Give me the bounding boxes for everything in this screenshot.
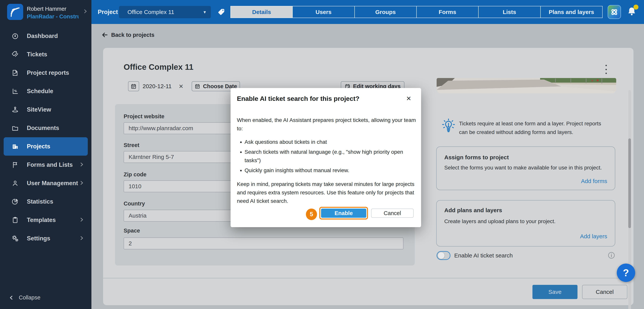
- cancel-button[interactable]: Cancel: [582, 285, 627, 299]
- close-icon[interactable]: ✕: [406, 95, 411, 102]
- sidebar-item-siteview[interactable]: SiteView: [0, 100, 92, 119]
- calendar-icon: [194, 84, 200, 89]
- user-menu-chevron-icon[interactable]: [82, 8, 88, 15]
- sidebar-item-user-management[interactable]: User Management: [0, 174, 92, 192]
- sidebar-item-settings[interactable]: Settings: [0, 229, 92, 248]
- assign-forms-card: Assign forms to project Select the forms…: [436, 146, 615, 190]
- back-arrow-icon: [101, 32, 108, 38]
- lightbulb-icon: [441, 118, 456, 134]
- forms-and-lists-icon: [11, 161, 19, 168]
- sidebar-item-templates[interactable]: Templates: [0, 211, 92, 229]
- field-label-project-website: Project website: [124, 113, 164, 120]
- connect-apps-button[interactable]: [608, 5, 621, 19]
- info-icon[interactable]: [608, 252, 615, 260]
- remove-date-icon[interactable]: ✕: [179, 81, 184, 91]
- field-label-zip-code: Zip code: [124, 171, 146, 178]
- scrollbar-thumb[interactable]: [628, 138, 631, 228]
- back-link-label: Back to projects: [111, 32, 154, 38]
- calendar-icon: [130, 83, 137, 89]
- project-reports-icon: [11, 69, 19, 76]
- sidebar-item-schedule[interactable]: Schedule: [0, 82, 92, 100]
- sidebar-item-tickets[interactable]: Tickets: [0, 45, 92, 64]
- tag-icon[interactable]: [217, 8, 226, 17]
- enable-button[interactable]: Enable: [321, 208, 366, 218]
- modal-bullet: Quickly gain insights without manual rev…: [244, 166, 417, 175]
- start-date-value: 2020-12-11: [142, 81, 172, 91]
- tab-groups[interactable]: Groups: [354, 6, 417, 18]
- add-plans-title: Add plans and layers: [444, 207, 502, 214]
- back-to-projects-link[interactable]: Back to projects: [101, 32, 154, 38]
- ai-ticket-search-modal: Enable AI ticket search for this project…: [230, 88, 421, 227]
- footer-divider: [103, 278, 634, 278]
- tab-plans-and-layers[interactable]: Plans and layers: [540, 6, 602, 18]
- modal-cancel-button[interactable]: Cancel: [371, 208, 414, 218]
- start-date-button[interactable]: [128, 81, 139, 91]
- project-photo: [436, 78, 616, 93]
- modal-intro: When enabled, the AI Assistant prepares …: [237, 116, 417, 133]
- modal-body: When enabled, the AI Assistant prepares …: [237, 116, 417, 205]
- tab-details[interactable]: Details: [230, 6, 293, 18]
- app-window: Robert Hammer PlanRadar - Construc... Da…: [0, 0, 644, 309]
- settings-icon: [11, 235, 19, 242]
- help-button[interactable]: ?: [617, 264, 635, 282]
- page-title: Office Complex 11: [124, 62, 194, 72]
- schedule-icon: [11, 88, 19, 95]
- annotation-badge: 5: [306, 208, 317, 220]
- documents-icon: [11, 124, 19, 132]
- sidebar: Robert Hammer PlanRadar - Construc... Da…: [0, 0, 92, 309]
- project-selector-value: Office Complex 11: [128, 9, 174, 15]
- chevron-right-icon: [79, 217, 84, 223]
- user-name: Robert Hammer: [27, 6, 66, 12]
- connect-icon: [610, 8, 619, 16]
- modal-bullet: Search tickets with natural language (e.…: [244, 148, 417, 165]
- sidebar-collapse-button[interactable]: Collapse: [8, 294, 40, 301]
- workspace-name: PlanRadar - Construc...: [27, 14, 78, 20]
- siteview-icon: [11, 106, 19, 113]
- tab-lists[interactable]: Lists: [478, 6, 540, 18]
- sidebar-item-project-reports[interactable]: Project reports: [0, 64, 92, 82]
- tab-users[interactable]: Users: [292, 6, 354, 18]
- project-label: Project: [98, 0, 118, 24]
- enable-button-highlight-ring: Enable: [319, 207, 368, 220]
- dashboard-icon: [11, 32, 19, 40]
- caret-down-icon: ▾: [204, 10, 206, 15]
- kebab-menu-icon[interactable]: [602, 64, 610, 75]
- add-forms-link[interactable]: Add forms: [581, 178, 607, 184]
- toggle-knob: [438, 252, 445, 259]
- planradar-logo-icon: [7, 4, 23, 20]
- modal-bullet: Ask questions about tickets in chat: [244, 138, 417, 146]
- modal-title: Enable AI ticket search for this project…: [237, 95, 360, 102]
- project-selector[interactable]: Office Complex 11 ▾: [119, 6, 211, 18]
- sidebar-nav: Dashboard Tickets Project reports Schedu…: [0, 27, 92, 248]
- chevron-right-icon: [79, 162, 84, 168]
- assign-forms-title: Assign forms to project: [444, 154, 509, 161]
- add-layers-link[interactable]: Add layers: [580, 233, 607, 240]
- templates-icon: [11, 216, 19, 224]
- ai-toggle-label: Enable AI ticket search: [454, 252, 513, 259]
- sidebar-item-forms-and-lists[interactable]: Forms and Lists: [0, 156, 92, 174]
- save-button[interactable]: Save: [532, 285, 578, 299]
- sidebar-item-statistics[interactable]: Statistics: [0, 192, 92, 211]
- topbar: Project Office Complex 11 ▾ Details User…: [92, 0, 644, 24]
- tab-forms[interactable]: Forms: [416, 6, 478, 18]
- chevron-right-icon: [79, 180, 84, 186]
- sidebar-item-documents[interactable]: Documents: [0, 119, 92, 137]
- projects-icon: [11, 143, 19, 150]
- modal-actions: 5 Enable Cancel: [306, 207, 414, 220]
- project-tabs: Details Users Groups Forms Lists Plans a…: [230, 6, 602, 18]
- add-plans-card: Add plans and layers Create layers and u…: [436, 200, 615, 246]
- assign-forms-description: Select the forms you want to make availa…: [444, 164, 607, 172]
- sidebar-item-dashboard[interactable]: Dashboard: [0, 27, 92, 45]
- ai-ticket-search-toggle[interactable]: [436, 251, 450, 260]
- notifications-button[interactable]: [626, 6, 637, 18]
- statistics-icon: [11, 198, 19, 205]
- modal-bullet-list: Ask questions about tickets in chat Sear…: [237, 138, 417, 175]
- collapse-label: Collapse: [19, 294, 40, 301]
- tickets-icon: [11, 51, 19, 58]
- collapse-chevron-icon: [8, 295, 14, 300]
- space-field[interactable]: [124, 238, 404, 250]
- field-label-street: Street: [124, 142, 139, 148]
- sidebar-item-projects[interactable]: Projects: [4, 137, 88, 156]
- notification-badge: [634, 4, 638, 10]
- modal-note: Keep in mind, preparing tickets may take…: [237, 180, 417, 205]
